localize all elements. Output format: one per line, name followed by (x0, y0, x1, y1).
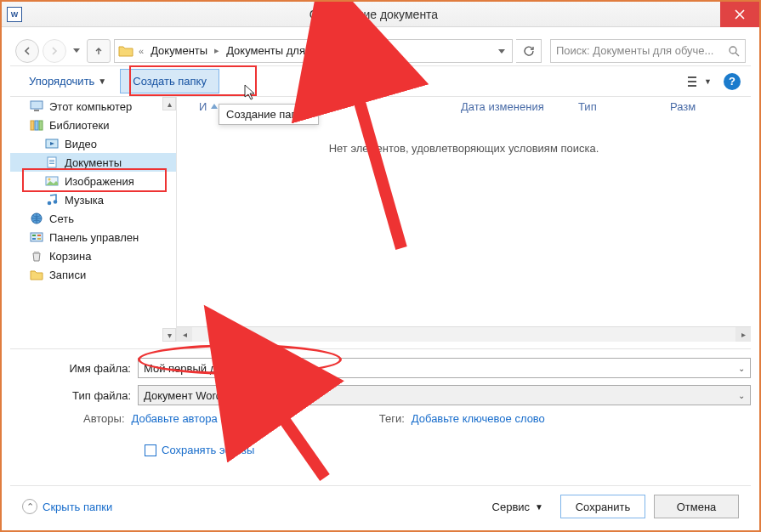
recycle-icon (29, 249, 44, 263)
filetype-label: Тип файла: (10, 389, 138, 402)
tree-item-music[interactable]: Музыка (10, 190, 176, 209)
view-options-button[interactable]: ▼ (688, 76, 712, 88)
tree-item-control-panel[interactable]: Панель управлен (10, 228, 176, 246)
expand-collapse-icon[interactable]: ⌃ (22, 499, 37, 514)
breadcrumb-item[interactable]: Документы для обучения (224, 44, 358, 57)
svg-rect-23 (37, 238, 41, 240)
svg-rect-4 (31, 101, 43, 109)
window-title: Сохранение документа (27, 8, 720, 21)
svg-point-17 (54, 200, 58, 204)
svg-rect-7 (35, 121, 38, 130)
music-icon (44, 193, 60, 207)
close-button[interactable] (720, 2, 759, 27)
pictures-icon (44, 174, 60, 188)
tree-item-pictures[interactable]: Изображения (10, 172, 176, 190)
organize-button[interactable]: Упорядочить ▼ (20, 70, 115, 93)
add-author-link[interactable]: Добавьте автора (132, 412, 218, 425)
tree-item-notes[interactable]: Записи (10, 265, 176, 284)
folder-icon (118, 44, 133, 58)
address-bar[interactable]: « Документы ▸ Документы для обучения (114, 39, 513, 63)
save-button[interactable]: Сохранить (560, 495, 645, 518)
word-app-icon: W (7, 7, 22, 22)
svg-rect-24 (34, 252, 39, 253)
forward-button[interactable] (43, 39, 66, 63)
svg-rect-11 (49, 160, 54, 161)
filetype-select[interactable]: Документ Word (*.docx) ⌄ (138, 385, 751, 405)
chevron-down-icon: ▼ (98, 76, 106, 86)
svg-rect-6 (31, 121, 34, 130)
sort-asc-icon (210, 104, 219, 110)
navigation-tree[interactable]: Этот компьютер Библиотеки Видео Документ… (10, 97, 177, 342)
address-dropdown[interactable] (495, 44, 508, 57)
tree-item-computer[interactable]: Этот компьютер (10, 97, 176, 116)
libraries-icon (29, 118, 44, 132)
svg-rect-1 (688, 76, 696, 78)
up-button[interactable] (87, 39, 111, 63)
svg-rect-12 (49, 161, 54, 162)
col-size[interactable]: Разм (670, 100, 721, 113)
svg-rect-3 (688, 85, 696, 87)
tree-item-network[interactable]: Сеть (10, 209, 176, 228)
back-button[interactable] (15, 39, 39, 63)
svg-rect-13 (49, 163, 54, 164)
svg-rect-2 (688, 81, 696, 82)
svg-rect-22 (32, 238, 36, 240)
network-icon (29, 212, 44, 225)
col-type[interactable]: Тип (578, 100, 663, 113)
svg-rect-19 (31, 233, 43, 241)
breadcrumb-item[interactable]: Документы (149, 44, 209, 57)
documents-icon (44, 156, 60, 169)
list-header[interactable]: И Дата изменения Тип Разм (177, 97, 751, 116)
svg-rect-5 (34, 110, 39, 111)
chevron-down-icon[interactable]: ⌄ (738, 364, 745, 373)
breadcrumb-sep: « (139, 46, 144, 56)
chevron-down-icon: ▼ (535, 502, 543, 512)
svg-point-15 (48, 178, 51, 181)
filename-label: Имя файла: (10, 362, 138, 375)
svg-point-16 (48, 201, 52, 206)
save-thumbnail-label: Сохранять эскизы (162, 444, 254, 456)
refresh-button[interactable] (516, 39, 542, 63)
help-button[interactable]: ? (724, 73, 741, 90)
col-name[interactable]: И (182, 100, 454, 113)
search-input[interactable]: Поиск: Документы для обуче... (550, 39, 746, 63)
tree-item-documents[interactable]: Документы (10, 153, 176, 172)
empty-results: Нет элементов, удовлетворяющих условиям … (177, 142, 751, 155)
control-panel-icon (29, 230, 44, 244)
svg-rect-8 (39, 121, 43, 130)
save-thumbnail-checkbox[interactable] (145, 444, 156, 456)
scroll-right[interactable]: ▸ (735, 327, 751, 342)
filename-input[interactable]: Мой первый документ.docx ⌄ (138, 358, 751, 378)
video-icon (44, 137, 60, 150)
svg-point-0 (730, 47, 736, 54)
history-dropdown[interactable] (70, 39, 83, 63)
tree-scroll-up[interactable]: ▴ (162, 97, 176, 110)
tags-label: Теги: (379, 412, 405, 425)
chevron-right-icon: ▸ (214, 45, 219, 56)
scroll-left[interactable]: ◂ (177, 327, 192, 342)
search-icon (728, 45, 740, 57)
tree-item-recycle[interactable]: Корзина (10, 246, 176, 265)
authors-label: Авторы: (83, 412, 125, 425)
tree-scroll-down[interactable]: ▾ (162, 328, 176, 342)
folder-icon (29, 268, 44, 281)
search-placeholder: Поиск: Документы для обуче... (556, 44, 723, 57)
horizontal-scrollbar[interactable]: ◂ ▸ (177, 326, 751, 342)
hide-folders-link[interactable]: Скрыть папки (43, 501, 112, 513)
cancel-button[interactable]: Отмена (654, 495, 739, 518)
chevron-down-icon[interactable]: ⌄ (738, 391, 745, 400)
tree-item-video[interactable]: Видео (10, 134, 176, 153)
svg-rect-20 (32, 235, 36, 236)
service-dropdown[interactable]: Сервис ▼ (492, 501, 543, 513)
tree-item-libraries[interactable]: Библиотеки (10, 116, 176, 134)
col-date[interactable]: Дата изменения (461, 100, 571, 113)
new-folder-button[interactable]: Создать папку (120, 69, 219, 93)
computer-icon (29, 99, 44, 113)
add-tag-link[interactable]: Добавьте ключевое слово (412, 412, 545, 425)
svg-rect-21 (37, 235, 41, 236)
